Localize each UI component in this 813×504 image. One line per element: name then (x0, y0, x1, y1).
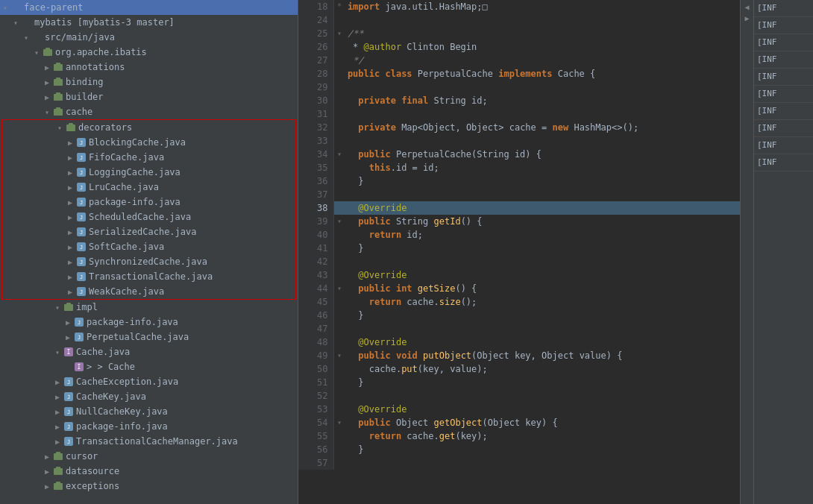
table-row: 36 } (298, 174, 740, 188)
tree-item-LruCache[interactable]: ▶JLruCache.java (2, 180, 295, 195)
svg-rect-58 (54, 483, 63, 490)
tree-item-src-main-java[interactable]: ▾src/main/java (0, 30, 298, 45)
svg-text:J: J (80, 200, 83, 206)
tree-icon-folder (31, 32, 43, 42)
tree-item-Cache-member[interactable]: I> > Cache (0, 359, 298, 374)
tree-icon-java: J (63, 391, 75, 402)
tree-item-package-info-cache[interactable]: ▶Jpackage-info.java (0, 419, 298, 434)
tree-label: package-info.java (76, 421, 168, 432)
fold-indicator (334, 94, 345, 107)
code-content: } (345, 443, 740, 456)
tree-item-cursor[interactable]: ▶cursor (0, 449, 298, 464)
tree-item-face-parent[interactable]: ▾face-parent (0, 0, 298, 15)
tree-item-impl[interactable]: ▾impl (0, 300, 298, 315)
tree-item-CacheKey[interactable]: ▶JCacheKey.java (0, 389, 298, 404)
tree-label: exceptions (66, 481, 119, 491)
tree-item-org-apache[interactable]: ▾org.apache.ibatis (0, 45, 298, 60)
table-row: 25▾/** (298, 27, 740, 40)
tree-label: CacheException.java (76, 377, 178, 387)
tree-item-FifoCache[interactable]: ▶JFifoCache.java (2, 150, 295, 165)
right-panel-item: [INF (754, 103, 813, 120)
code-panel[interactable]: 18*import java.util.HashMap;□24 25▾/**26… (298, 0, 740, 504)
fold-indicator[interactable]: ▾ (334, 148, 345, 161)
svg-rect-54 (54, 453, 63, 460)
minimap-left-icon[interactable]: ◀ (743, 1, 750, 13)
tree-label: package-info.java (87, 317, 178, 327)
table-row: 29 (298, 81, 740, 94)
code-content: import java.util.HashMap;□ (345, 0, 740, 13)
svg-rect-11 (69, 123, 73, 125)
fold-indicator[interactable]: ▾ (334, 27, 345, 40)
svg-text:J: J (78, 335, 81, 341)
fold-indicator[interactable]: ▾ (334, 349, 345, 362)
tree-item-exceptions[interactable]: ▶exceptions (0, 479, 298, 494)
tree-item-Cache-java[interactable]: ▾ICache.java (0, 344, 298, 359)
code-content: cache.put(key, value); (345, 362, 740, 376)
svg-rect-34 (64, 304, 73, 311)
tree-item-WeakCache[interactable]: ▶JWeakCache.java (2, 284, 295, 299)
table-row: 30 private final String id; (298, 94, 740, 107)
tree-arrow: ▶ (52, 423, 63, 431)
tree-item-builder[interactable]: ▶builder (0, 89, 298, 104)
tree-item-binding[interactable]: ▶binding (0, 75, 298, 89)
tree-label: decorators (78, 122, 132, 133)
fold-indicator[interactable]: ▾ (334, 416, 345, 429)
tree-icon-folder (10, 2, 22, 13)
tree-icon-java: J (75, 197, 87, 207)
tree-arrow: ▶ (42, 93, 52, 101)
tree-arrow: ▾ (52, 348, 63, 356)
tree-label: cursor (66, 451, 98, 462)
minimap-right-icon[interactable]: ▶ (743, 13, 750, 24)
tree-item-ScheduledCache[interactable]: ▶JScheduledCache.java (2, 210, 295, 224)
tree-icon-java: J (63, 377, 75, 387)
tree-item-package-info-impl[interactable]: ▶Jpackage-info.java (0, 315, 298, 330)
svg-rect-3 (56, 63, 60, 65)
tree-item-decorators[interactable]: ▾decorators (2, 120, 295, 135)
svg-text:J: J (80, 185, 83, 191)
tree-item-package-info-deco[interactable]: ▶Jpackage-info.java (2, 195, 295, 210)
code-content: public void putObject(Object key, Object… (345, 349, 740, 362)
tree-item-LoggingCache[interactable]: ▶JLoggingCache.java (2, 165, 295, 180)
tree-item-CacheException[interactable]: ▶JCacheException.java (0, 374, 298, 389)
tree-label: ScheduledCache.java (89, 212, 191, 222)
fold-indicator (334, 336, 345, 349)
table-row: 37 (298, 188, 740, 201)
tree-item-PerpetualCache-file[interactable]: ▶JPerpetualCache.java (0, 330, 298, 344)
table-row: 24 (298, 13, 740, 27)
code-content: } (345, 174, 740, 188)
file-tree-panel[interactable]: ▾face-parent▾mybatis [mybatis-3 master]▾… (0, 0, 298, 504)
tree-label: WeakCache.java (89, 286, 164, 297)
table-row: 18*import java.util.HashMap;□ (298, 0, 740, 13)
tree-item-cache[interactable]: ▾cache (0, 104, 298, 119)
fold-indicator (334, 268, 345, 282)
tree-label: SoftCache.java (89, 242, 164, 252)
line-number: 32 (298, 121, 334, 134)
tree-item-datasource[interactable]: ▶datasource (0, 464, 298, 479)
tree-item-annotations[interactable]: ▶annotations (0, 60, 298, 75)
tree-item-SoftCache[interactable]: ▶JSoftCache.java (2, 239, 295, 254)
fold-indicator (334, 456, 345, 470)
fold-indicator[interactable]: ▾ (334, 282, 345, 295)
tree-item-mybatis[interactable]: ▾mybatis [mybatis-3 master] (0, 15, 298, 30)
tree-item-NullCacheKey[interactable]: ▶JNullCacheKey.java (0, 404, 298, 419)
tree-item-TransactionalCacheMgr[interactable]: ▶JTransactionalCacheManager.java (0, 434, 298, 449)
tree-icon-package (63, 302, 75, 312)
fold-indicator[interactable]: * (334, 0, 345, 13)
line-number: 42 (298, 255, 334, 268)
tree-item-TransactionalCache[interactable]: ▶JTransactionalCache.java (2, 269, 295, 284)
tree-item-SerializedCache[interactable]: ▶JSerializedCache.java (2, 224, 295, 239)
line-number: 54 (298, 416, 334, 429)
svg-text:J: J (80, 215, 83, 221)
tree-item-SynchronizedCache[interactable]: ▶JSynchronizedCache.java (2, 254, 295, 269)
table-row: 50 cache.put(key, value); (298, 362, 740, 376)
line-number: 27 (298, 54, 334, 67)
code-content: */ (345, 54, 740, 67)
right-panel-item: [INF (754, 86, 813, 103)
tree-label: datasource (66, 466, 119, 476)
tree-arrow: ▾ (10, 19, 21, 27)
fold-indicator[interactable]: ▾ (334, 215, 345, 228)
tree-icon-java: J (75, 271, 87, 282)
table-row: 43 @Override (298, 268, 740, 282)
table-row: 31 (298, 107, 740, 121)
tree-item-BlockingCache[interactable]: ▶JBlockingCache.java (2, 135, 295, 150)
